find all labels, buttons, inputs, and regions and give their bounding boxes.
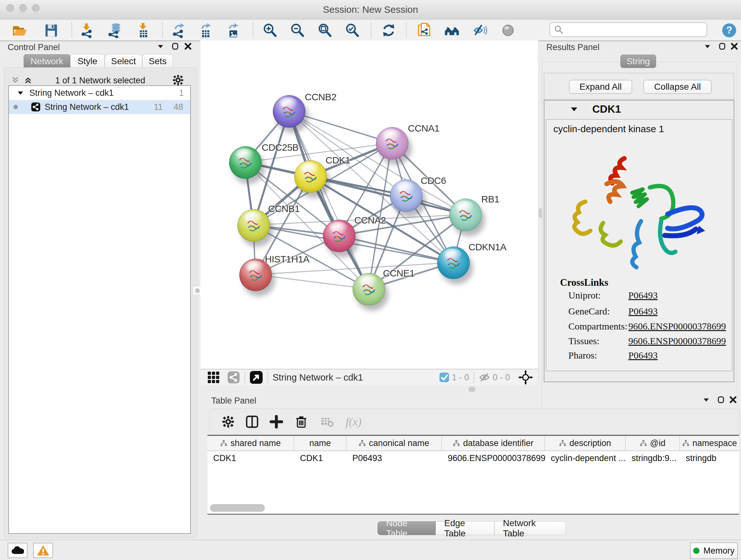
collapse-all-button[interactable]: Collapse All xyxy=(643,80,712,94)
panel-float-icon[interactable] xyxy=(717,41,728,51)
tab-edge-table[interactable]: Edge Table xyxy=(435,521,494,535)
panel-menu-icon[interactable] xyxy=(701,395,712,405)
search-input[interactable] xyxy=(563,24,706,35)
column-header-shared-name[interactable]: shared name xyxy=(207,436,294,450)
cloud-status-icon[interactable] xyxy=(8,543,27,558)
selected-count: 1 - 0 xyxy=(452,373,469,382)
panel-float-icon[interactable] xyxy=(716,395,726,405)
protein-structure-image xyxy=(559,148,712,276)
export-image-icon[interactable] xyxy=(225,22,241,38)
create-column-icon[interactable] xyxy=(270,415,283,428)
network-edge-CCNA2-CDKN1A[interactable] xyxy=(339,236,453,262)
cdk1-result-section: CDK1 cyclin-dependent kinase 1 xyxy=(544,100,734,382)
collection-label: String Network – cdk1 xyxy=(29,88,179,98)
tab-select[interactable]: Select xyxy=(105,54,142,68)
node-gloss xyxy=(443,249,462,260)
grid-view-icon[interactable] xyxy=(207,371,219,383)
export-table-icon[interactable] xyxy=(197,22,214,38)
return-home-icon[interactable] xyxy=(444,22,460,38)
tab-node-table[interactable]: Node Table xyxy=(378,521,435,535)
import-table-from-file-icon[interactable] xyxy=(135,22,151,38)
tab-string[interactable]: String xyxy=(620,55,656,68)
help-icon[interactable]: ? xyxy=(721,22,737,38)
cell-database-identifier[interactable]: 9606.ENSP00000378699 xyxy=(442,451,545,465)
zoom-out-icon[interactable] xyxy=(289,22,306,38)
network-node-CDC25B[interactable] xyxy=(229,146,262,179)
memory-button[interactable]: Memory xyxy=(690,543,738,559)
network-node-CCNB2[interactable] xyxy=(273,95,306,128)
birdseye-toggle-icon[interactable] xyxy=(250,371,263,384)
column-header-database-identifier[interactable]: database identifier xyxy=(442,436,545,450)
network-node-CCNA2[interactable] xyxy=(323,220,355,252)
zoom-in-icon[interactable] xyxy=(262,22,278,38)
delete-table-icon[interactable] xyxy=(320,415,334,429)
crosslink-uniprot-link[interactable]: P06493 xyxy=(628,290,658,301)
network-node-RB1[interactable] xyxy=(449,199,482,231)
hidden-eye-icon[interactable] xyxy=(479,372,490,383)
table-horizontal-scrollbar[interactable] xyxy=(210,504,265,512)
tab-network-table[interactable]: Network Table xyxy=(494,521,566,535)
column-header-id[interactable]: @id xyxy=(626,436,680,450)
panel-float-icon[interactable] xyxy=(170,41,181,51)
manage-columns-icon[interactable] xyxy=(246,415,259,428)
crosslink-pharos-link[interactable]: P06493 xyxy=(628,350,658,361)
tab-network[interactable]: Network xyxy=(23,54,70,68)
fit-selected-crosshair-icon[interactable] xyxy=(518,370,533,385)
cell-namespace[interactable]: stringdb xyxy=(680,451,739,465)
refresh-view-icon[interactable] xyxy=(381,22,397,38)
panel-menu-icon[interactable] xyxy=(702,41,713,51)
expand-all-button[interactable]: Expand All xyxy=(569,80,632,94)
panel-close-icon[interactable] xyxy=(728,395,738,405)
zoom-selected-icon[interactable] xyxy=(344,22,360,38)
zoom-fit-content-icon[interactable] xyxy=(317,22,333,38)
network-edge-CCNE1-HIST1H1A[interactable] xyxy=(255,274,368,289)
panel-close-icon[interactable] xyxy=(183,41,193,51)
network-node-CCNA1[interactable] xyxy=(376,127,408,160)
hide-selected-icon[interactable] xyxy=(472,22,488,38)
column-header-name[interactable]: name xyxy=(294,436,347,450)
export-network-icon[interactable] xyxy=(170,22,186,38)
tab-style[interactable]: Style xyxy=(70,54,105,68)
column-header-namespace[interactable]: namespace xyxy=(680,436,739,450)
save-session-icon[interactable] xyxy=(43,22,59,38)
network-overview-icon[interactable] xyxy=(227,371,240,384)
status-bar: Memory xyxy=(0,540,741,560)
collection-collapse-icon[interactable] xyxy=(16,90,25,96)
network-canvas[interactable]: CCNB2CCNA1CDC25BCDK1CDC6RB1CCNB1CCNA2CDK… xyxy=(200,41,538,369)
panel-close-icon[interactable] xyxy=(729,41,740,51)
cell-name[interactable]: CDK1 xyxy=(294,451,347,465)
panel-menu-icon[interactable] xyxy=(155,41,166,51)
open-session-icon[interactable] xyxy=(11,22,28,38)
cell-shared-name[interactable]: CDK1 xyxy=(207,451,294,465)
open-in-browser-icon[interactable] xyxy=(416,22,433,38)
network-node-CCNE1[interactable] xyxy=(353,273,385,306)
table-settings-gear-icon[interactable] xyxy=(222,415,234,428)
apply-function-icon[interactable]: f(x) xyxy=(346,415,361,428)
horizontal-divider-handle[interactable] xyxy=(468,387,475,392)
tab-sets[interactable]: Sets xyxy=(142,54,173,68)
crosslink-compartments-link[interactable]: 9606.ENSP00000378699 xyxy=(628,321,726,332)
column-header-description[interactable]: description xyxy=(545,436,626,450)
warning-icon[interactable] xyxy=(33,543,53,558)
column-header-canonical-name[interactable]: canonical name xyxy=(347,436,442,450)
network-node-CDK1[interactable] xyxy=(294,160,327,193)
shared-column-icon xyxy=(453,440,460,447)
cell-description[interactable]: cyclin-dependent ... xyxy=(545,451,626,465)
network-row[interactable]: String Network – cdk1 11 48 xyxy=(9,100,190,114)
table-row[interactable]: CDK1 CDK1 P06493 9606.ENSP00000378699 cy… xyxy=(207,451,739,465)
network-node-CDC6[interactable] xyxy=(390,179,422,212)
selected-checkbox-icon[interactable] xyxy=(439,372,449,382)
cell-id[interactable]: stringdb:9... xyxy=(626,451,680,465)
search-box[interactable] xyxy=(549,22,707,37)
import-network-from-database-icon[interactable] xyxy=(106,22,122,38)
network-node-CDKN1A[interactable] xyxy=(437,246,470,279)
network-collection-row[interactable]: String Network – cdk1 1 xyxy=(9,86,190,100)
crosslink-genecard-link[interactable]: P06493 xyxy=(628,306,658,317)
import-network-from-file-icon[interactable] xyxy=(78,22,95,38)
network-node-CCNB1[interactable] xyxy=(238,209,270,242)
cdk1-collapse-icon[interactable] xyxy=(569,105,579,114)
cell-canonical-name[interactable]: P06493 xyxy=(347,451,442,465)
crosslink-tissues-link[interactable]: 9606.ENSP00000378699 xyxy=(628,335,726,347)
show-all-icon[interactable] xyxy=(500,22,516,38)
delete-columns-icon[interactable] xyxy=(294,415,308,428)
